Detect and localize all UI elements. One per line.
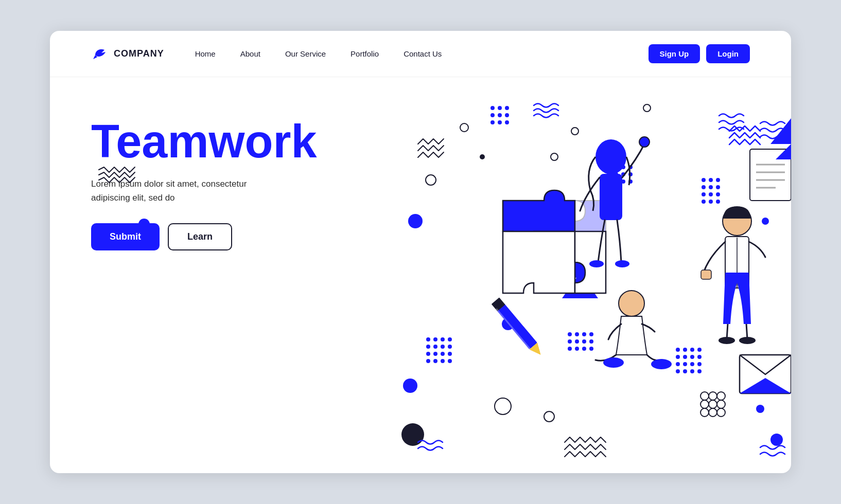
nav-links: Home About Our Service Portfolio Contact…	[195, 49, 649, 58]
svg-point-47	[676, 362, 680, 366]
nav-our-service[interactable]: Our Service	[285, 49, 326, 58]
svg-point-77	[582, 339, 586, 344]
svg-point-66	[448, 352, 452, 356]
learn-button[interactable]: Learn	[168, 223, 232, 250]
svg-point-119	[615, 260, 629, 267]
nav-portfolio[interactable]: Portfolio	[351, 49, 379, 58]
dots-top-center	[490, 106, 509, 124]
svg-point-40	[683, 348, 687, 352]
svg-point-15	[702, 192, 706, 196]
svg-point-8	[505, 120, 509, 124]
svg-point-53	[690, 369, 694, 373]
svg-point-70	[448, 359, 452, 363]
submit-button[interactable]: Submit	[91, 223, 160, 250]
svg-point-75	[568, 339, 572, 344]
svg-point-118	[589, 260, 604, 267]
svg-point-54	[697, 369, 702, 373]
svg-point-63	[426, 352, 430, 356]
svg-point-29	[762, 218, 769, 225]
svg-point-48	[683, 362, 687, 366]
svg-point-87	[770, 434, 783, 446]
nav-home[interactable]: Home	[195, 49, 216, 58]
svg-point-127	[603, 357, 624, 368]
svg-point-117	[639, 137, 650, 147]
svg-point-94	[709, 400, 717, 408]
svg-point-92	[717, 392, 725, 400]
logo[interactable]: COMPANY	[91, 45, 164, 63]
hero-section: Teamwork Lorem ipsum dolor sit amet, con…	[50, 77, 791, 473]
svg-rect-116	[600, 174, 622, 220]
svg-point-61	[441, 345, 445, 349]
svg-point-115	[595, 139, 626, 174]
svg-point-68	[433, 359, 437, 363]
svg-point-67	[426, 359, 430, 363]
hero-title: Teamwork	[91, 118, 317, 165]
svg-point-86	[756, 405, 764, 413]
svg-point-20	[716, 200, 720, 204]
logo-text: COMPANY	[114, 48, 164, 59]
svg-point-98	[717, 408, 725, 417]
svg-point-74	[589, 332, 593, 336]
svg-point-11	[716, 178, 720, 182]
nav-about[interactable]: About	[240, 49, 260, 58]
svg-point-81	[582, 347, 586, 351]
signup-button[interactable]: Sign Up	[649, 44, 700, 63]
svg-point-12	[702, 185, 706, 189]
svg-point-89	[544, 411, 554, 422]
svg-point-27	[643, 104, 651, 112]
svg-point-125	[739, 337, 756, 344]
svg-point-39	[676, 348, 680, 352]
svg-rect-123	[701, 270, 711, 279]
svg-point-52	[683, 369, 687, 373]
svg-point-25	[551, 153, 558, 160]
dots-bottom-left	[426, 337, 452, 363]
svg-point-80	[575, 347, 579, 351]
svg-point-3	[490, 113, 495, 117]
svg-point-44	[683, 355, 687, 359]
svg-point-97	[709, 408, 717, 417]
logo-icon	[91, 45, 110, 63]
svg-point-50	[697, 362, 702, 366]
svg-point-41	[690, 348, 694, 352]
svg-point-71	[568, 332, 572, 336]
page-container: COMPANY Home About Our Service Portfolio…	[50, 31, 791, 473]
svg-point-59	[426, 345, 430, 349]
login-button[interactable]: Login	[706, 44, 750, 63]
svg-point-23	[426, 175, 436, 185]
hero-content: Teamwork Lorem ipsum dolor sit amet, con…	[91, 118, 317, 250]
svg-point-24	[408, 214, 423, 228]
svg-point-2	[505, 106, 509, 110]
svg-point-126	[619, 291, 644, 316]
svg-point-6	[490, 120, 495, 124]
svg-point-42	[697, 348, 702, 352]
svg-point-13	[709, 185, 713, 189]
svg-point-83	[403, 379, 417, 393]
dots-right-center	[702, 178, 720, 204]
svg-point-95	[717, 400, 725, 408]
svg-point-46	[697, 355, 702, 359]
svg-point-78	[589, 339, 593, 344]
svg-point-14	[716, 185, 720, 189]
svg-point-16	[709, 192, 713, 196]
dots-center-bottom	[568, 332, 593, 351]
svg-point-93	[700, 400, 709, 408]
svg-point-45	[690, 355, 694, 359]
nav-actions: Sign Up Login	[649, 44, 750, 63]
svg-point-19	[709, 200, 713, 204]
svg-point-96	[700, 408, 709, 417]
svg-point-82	[589, 347, 593, 351]
svg-point-60	[433, 345, 437, 349]
svg-point-72	[575, 332, 579, 336]
svg-point-124	[719, 337, 735, 344]
svg-point-73	[582, 332, 586, 336]
navbar: COMPANY Home About Our Service Portfolio…	[50, 31, 791, 77]
svg-point-10	[709, 178, 713, 182]
svg-point-18	[702, 200, 706, 204]
svg-point-5	[505, 113, 509, 117]
svg-point-21	[460, 123, 468, 132]
nav-contact-us[interactable]: Contact Us	[404, 49, 442, 58]
hero-buttons: Submit Learn	[91, 223, 317, 250]
illustration-svg	[328, 77, 791, 473]
svg-point-69	[441, 359, 445, 363]
svg-point-43	[676, 355, 680, 359]
